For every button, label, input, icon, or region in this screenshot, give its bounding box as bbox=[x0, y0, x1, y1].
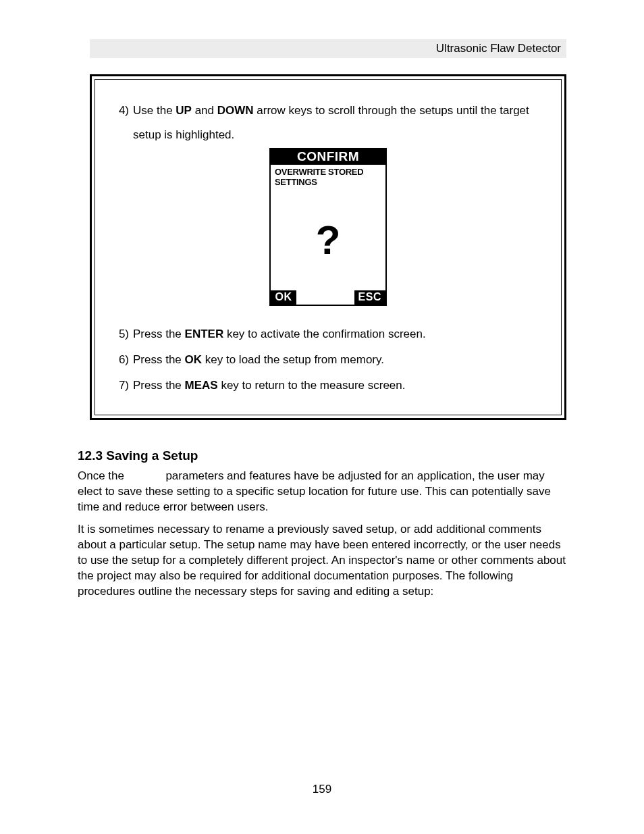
key-up: UP bbox=[176, 104, 192, 117]
blank-space bbox=[128, 469, 163, 482]
ok-button[interactable]: OK bbox=[271, 290, 296, 305]
question-mark-icon: ? bbox=[316, 217, 341, 263]
key-enter: ENTER bbox=[185, 328, 224, 340]
dialog-message-l2: SETTINGS bbox=[275, 178, 381, 188]
step-body: Press the ENTER key to activate the conf… bbox=[133, 322, 542, 346]
t: Press the bbox=[133, 379, 185, 392]
t: Once the bbox=[78, 469, 128, 482]
dialog-body: ? bbox=[271, 189, 385, 290]
step-number: 7) bbox=[114, 373, 133, 398]
dialog-message: OVERWRITE STORED SETTINGS bbox=[271, 165, 385, 189]
step-number: 6) bbox=[114, 348, 133, 372]
key-ok: OK bbox=[185, 353, 203, 366]
t: key to activate the confirmation screen. bbox=[223, 328, 426, 340]
key-down: DOWN bbox=[217, 104, 254, 117]
step-6: 6) Press the OK key to load the setup fr… bbox=[114, 348, 542, 372]
paragraph-1: Once the parameters and features have be… bbox=[78, 469, 566, 515]
dialog-figure: CONFIRM OVERWRITE STORED SETTINGS ? OK E… bbox=[114, 148, 542, 306]
step-number: 4) bbox=[114, 99, 133, 147]
header-bar: Ultrasonic Flaw Detector bbox=[90, 39, 566, 58]
step-5: 5) Press the ENTER key to activate the c… bbox=[114, 322, 542, 346]
instruction-box-outer: 4) Use the UP and DOWN arrow keys to scr… bbox=[90, 74, 566, 420]
t: Press the bbox=[133, 353, 185, 366]
step-body: Use the UP and DOWN arrow keys to scroll… bbox=[133, 99, 542, 147]
step-body: Press the OK key to load the setup from … bbox=[133, 348, 542, 372]
dialog-message-l1: OVERWRITE STORED bbox=[275, 167, 381, 178]
dialog-buttons: OK ESC bbox=[271, 290, 385, 305]
key-meas: MEAS bbox=[185, 379, 218, 392]
header-title: Ultrasonic Flaw Detector bbox=[436, 42, 561, 55]
t: key to load the setup from memory. bbox=[202, 353, 384, 366]
t: Press the bbox=[133, 328, 185, 340]
confirm-dialog: CONFIRM OVERWRITE STORED SETTINGS ? OK E… bbox=[269, 148, 387, 306]
t: Use the bbox=[133, 104, 176, 117]
page: Ultrasonic Flaw Detector 4) Use the UP a… bbox=[0, 0, 644, 834]
esc-button[interactable]: ESC bbox=[354, 290, 385, 305]
t: key to return to the measure screen. bbox=[218, 379, 406, 392]
instruction-box-inner: 4) Use the UP and DOWN arrow keys to scr… bbox=[95, 79, 562, 415]
step-number: 5) bbox=[114, 322, 133, 346]
page-number: 159 bbox=[0, 783, 644, 796]
t: and bbox=[192, 104, 217, 117]
step-7: 7) Press the MEAS key to return to the m… bbox=[114, 373, 542, 398]
dialog-title: CONFIRM bbox=[271, 149, 385, 165]
section-heading: 12.3 Saving a Setup bbox=[78, 448, 566, 463]
paragraph-2: It is sometimes necessary to rename a pr… bbox=[78, 522, 566, 600]
step-body: Press the MEAS key to return to the meas… bbox=[133, 373, 542, 398]
step-4: 4) Use the UP and DOWN arrow keys to scr… bbox=[114, 99, 542, 147]
